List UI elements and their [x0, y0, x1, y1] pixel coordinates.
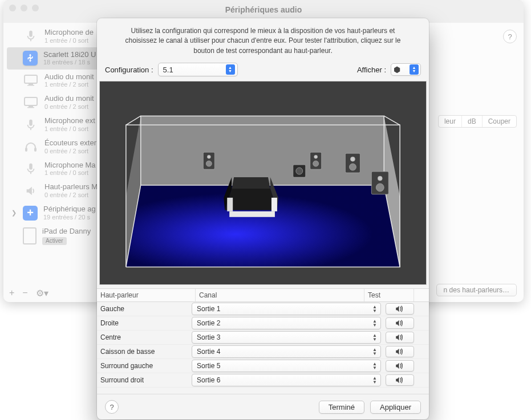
svg-point-32	[349, 164, 356, 170]
channel-select[interactable]: Sortie 1▲▼	[192, 303, 381, 315]
test-speaker-button[interactable]	[386, 332, 414, 343]
headphones-icon	[23, 138, 39, 154]
svg-rect-4	[27, 85, 34, 86]
activate-badge[interactable]: Activer	[42, 237, 67, 245]
svg-rect-41	[227, 198, 233, 211]
svg-rect-0	[29, 31, 33, 37]
chevron-updown-icon: ▲▼	[372, 348, 377, 356]
svg-rect-8	[29, 119, 33, 125]
device-name: Haut-parleurs M	[44, 182, 98, 191]
svg-point-34	[378, 176, 382, 181]
device-name: Microphone ext	[44, 116, 95, 125]
col-channel: Canal	[196, 289, 364, 301]
svg-point-27	[313, 161, 319, 166]
device-name: Scarlett 18i20 U	[43, 50, 96, 59]
svg-rect-40	[229, 211, 275, 217]
speaker-name: Gauche	[97, 305, 192, 313]
test-speaker-button[interactable]	[386, 303, 414, 315]
col-speaker: Haut-parleur	[97, 289, 196, 301]
channel-value: Sortie 6	[197, 376, 220, 384]
channel-row: GaucheSortie 1▲▼	[97, 302, 429, 316]
aggregate-device-icon: +	[23, 206, 38, 221]
svg-rect-5	[25, 97, 37, 105]
chevron-updown-icon: ▲▼	[372, 319, 377, 327]
chevron-updown-icon: ▲▼	[372, 362, 377, 370]
display-icon	[23, 95, 39, 111]
svg-rect-10	[25, 148, 27, 152]
speaker-name: Surround gauche	[97, 362, 192, 370]
display-icon	[23, 72, 39, 88]
svg-point-24	[206, 161, 212, 166]
channel-row: DroiteSortie 2▲▼	[97, 316, 429, 331]
device-name: Écouteurs exter	[44, 138, 96, 148]
room-3d-view[interactable]	[99, 81, 427, 285]
svg-marker-17	[141, 116, 384, 186]
test-speaker-button[interactable]	[386, 374, 414, 386]
chevron-updown-icon: ▲▼	[372, 376, 377, 384]
channel-select[interactable]: Sortie 5▲▼	[192, 360, 381, 372]
test-speaker-button[interactable]	[386, 317, 414, 329]
svg-point-31	[350, 157, 355, 161]
svg-rect-12	[29, 164, 33, 170]
speaker-icon	[23, 183, 39, 199]
svg-point-26	[314, 155, 318, 158]
done-button[interactable]: Terminé	[319, 401, 364, 414]
ipad-icon	[23, 227, 37, 244]
col-mute: Couper	[483, 116, 516, 127]
device-io-summary: 1 entrée / 0 sort	[44, 169, 96, 177]
device-name: Microphone Ma	[44, 161, 96, 170]
channel-row: CentreSortie 3▲▼	[97, 331, 429, 345]
chevron-updown-icon: ▲▼	[372, 305, 377, 313]
test-speaker-button[interactable]	[386, 360, 414, 372]
device-name: Périphérique ag	[43, 205, 96, 214]
svg-rect-6	[29, 106, 33, 107]
channel-row: Surround droitSortie 6▲▼	[97, 373, 429, 388]
device-name: Audio du monit	[44, 72, 94, 81]
configure-speakers-button[interactable]: n des haut-parleurs…	[436, 284, 517, 296]
help-button[interactable]: ?	[105, 400, 119, 414]
chevron-updown-icon: ▲▼	[410, 64, 419, 75]
chevron-right-icon[interactable]: ❯	[11, 209, 17, 217]
svg-marker-37	[232, 177, 270, 189]
help-button[interactable]: ?	[503, 30, 517, 43]
sheet-intro: Utilisez la configuration qui correspond…	[97, 18, 429, 63]
device-io-summary: 0 entrée / 2 sort	[44, 103, 94, 111]
configuration-popup[interactable]: 5.1 ▲▼	[158, 63, 238, 76]
test-speaker-button[interactable]	[386, 346, 414, 357]
configuration-value: 5.1	[163, 66, 173, 74]
speaker-name: Caisson de basse	[97, 348, 192, 356]
svg-point-29	[296, 168, 303, 174]
device-io-summary: 0 entrée / 2 sort	[44, 148, 96, 155]
chevron-updown-icon: ▲▼	[226, 64, 235, 75]
svg-point-35	[376, 184, 384, 191]
device-name: Audio du monit	[44, 94, 94, 103]
column-headers: leur dB Couper	[438, 115, 517, 128]
svg-point-23	[207, 155, 210, 158]
speaker-name: Droite	[97, 319, 192, 327]
view-mode-popup[interactable]: ⬢ ▲▼	[391, 63, 421, 76]
apply-button[interactable]: Appliquer	[370, 401, 421, 414]
device-io-summary: 0 entrée / 2 sort	[44, 191, 98, 199]
device-name: iPad de Danny	[42, 227, 91, 236]
channel-value: Sortie 3	[197, 333, 220, 341]
channel-value: Sortie 4	[197, 348, 220, 356]
col-test: Test	[364, 289, 414, 301]
microphone-icon	[23, 161, 39, 177]
col-leur: leur	[439, 116, 462, 127]
remove-device-button[interactable]: −	[22, 288, 27, 299]
svg-rect-2	[25, 75, 37, 83]
channel-select[interactable]: Sortie 6▲▼	[192, 374, 381, 386]
device-name: Microphone de	[44, 28, 94, 37]
microphone-icon	[23, 28, 39, 44]
channel-select[interactable]: Sortie 3▲▼	[192, 331, 381, 344]
chevron-updown-icon: ▲▼	[372, 333, 377, 341]
add-device-button[interactable]: +	[9, 288, 14, 299]
channel-select[interactable]: Sortie 2▲▼	[192, 317, 381, 329]
cube-icon: ⬢	[394, 65, 400, 74]
usb-icon	[23, 51, 38, 66]
svg-rect-42	[271, 198, 277, 211]
microphone-icon	[23, 117, 39, 133]
channel-select[interactable]: Sortie 4▲▼	[192, 345, 381, 358]
channel-row: Surround gaucheSortie 5▲▼	[97, 359, 429, 373]
gear-menu-button[interactable]: ⚙︎▾	[36, 288, 48, 299]
